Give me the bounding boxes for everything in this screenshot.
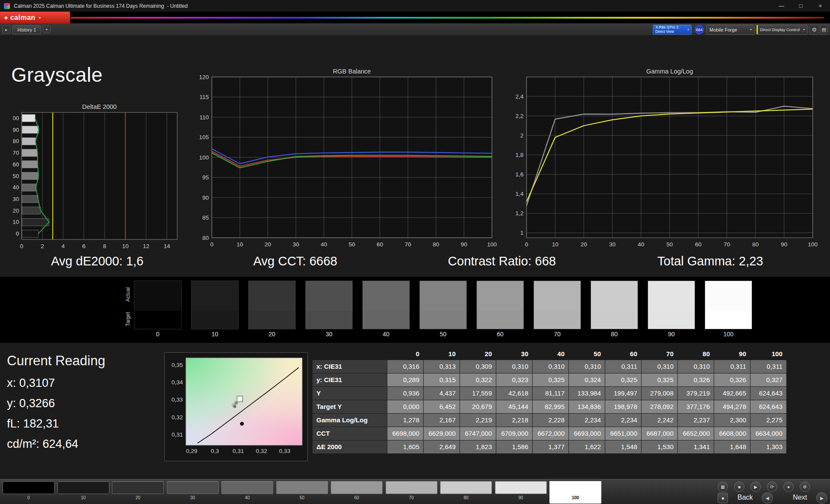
tick-label: 115: [199, 94, 209, 100]
pattern-level-button[interactable]: 70: [386, 481, 437, 504]
gray-ramp-item: 50: [419, 281, 467, 338]
deltae-bar: [22, 115, 35, 122]
pattern-level-button[interactable]: 50: [276, 481, 328, 504]
gray-ramp-item: 100: [705, 281, 752, 338]
gray-level-label: 50: [419, 331, 467, 338]
pattern-level-label: 100: [549, 495, 601, 500]
tick-label: 0,29: [186, 448, 197, 454]
display-control-dropdown[interactable]: Direct Display Control ▾: [757, 25, 808, 35]
pattern-level-button[interactable]: 0: [3, 481, 54, 504]
current-reading-title: Current Reading: [7, 353, 105, 369]
table-row: y: CIE310,2890,3150,3220,3230,3250,3240,…: [313, 373, 788, 386]
tick-label: 30: [293, 241, 299, 248]
table-cell: 6672,000: [533, 427, 568, 440]
tick-label: 90: [13, 127, 19, 133]
pattern-level-button[interactable]: 40: [221, 481, 273, 504]
gray-ramp-section: Actual Target 0102030405060708090100: [0, 277, 830, 343]
actual-patch: [705, 281, 752, 311]
meter-dropdown[interactable]: X-Rite i1Pro 3 Direct View ▾: [653, 25, 692, 35]
table-cell: 0,311: [605, 360, 641, 373]
column-header: 40: [533, 348, 568, 360]
pattern-level-button[interactable]: 80: [440, 481, 492, 504]
stop-icon[interactable]: ■: [734, 482, 744, 492]
reading-marker: [234, 401, 238, 405]
gray-level-label: 80: [591, 331, 638, 338]
gray-ramp-item: 30: [305, 281, 353, 338]
pattern-level-button[interactable]: 90: [495, 481, 547, 504]
pattern-level-label: 40: [221, 495, 273, 500]
history-expand-button[interactable]: ▸: [2, 26, 10, 34]
pattern-level-label: 10: [57, 495, 109, 500]
screen-icon[interactable]: ▦: [718, 482, 728, 492]
pattern-swatch: [331, 481, 383, 494]
pattern-level-button[interactable]: 20: [112, 481, 164, 504]
tick-label: 0,35: [172, 362, 183, 368]
pattern-level-label: 0: [3, 495, 54, 500]
table-cell: 0,322: [460, 373, 496, 386]
pattern-source-dropdown[interactable]: Mobile Forge ▾: [706, 25, 755, 35]
pattern-level-button[interactable]: 60: [331, 481, 383, 504]
tick-label: 0: [210, 241, 214, 248]
deltae-bar: [22, 230, 38, 237]
table-cell: 0,315: [424, 373, 460, 386]
pattern-swatch: [112, 481, 164, 494]
rgb-balance-chart: 0102030405060708090100808590951001051101…: [195, 68, 499, 255]
tab-history-1[interactable]: History 1: [13, 25, 41, 34]
gray-level-label: 10: [191, 331, 239, 338]
table-cell: 0,000: [387, 400, 423, 413]
gray-level-label: 30: [305, 331, 353, 338]
pattern-level-button[interactable]: 30: [167, 481, 219, 504]
pattern-level-button[interactable]: 10: [57, 481, 109, 504]
gamma-loglog-chart: 010203040506070809010011,21,41,61,822,22…: [510, 68, 824, 255]
tick-label: 30: [13, 196, 19, 202]
row-label: Target Y: [313, 400, 387, 413]
gear-icon[interactable]: ⚙: [809, 25, 819, 35]
column-header: 30: [496, 348, 532, 360]
tick-label: 0,34: [172, 379, 183, 386]
tick-label: 70: [13, 150, 19, 156]
side-panel-icon[interactable]: ▤: [820, 25, 828, 35]
back-label: Back: [737, 494, 753, 501]
tick-label: 1,2: [515, 210, 524, 217]
pattern-swatch: [276, 481, 328, 494]
pattern-bar: ▦ ■ ▶ ⟳ ● ⚙ ■ Back ◀ Next ▶ 010203040506…: [0, 479, 830, 504]
close-button[interactable]: ×: [811, 0, 830, 12]
tick-label: 20: [13, 207, 19, 214]
tick-label: 100: [808, 241, 818, 248]
chevron-down-icon: ▾: [803, 28, 805, 32]
table-cell: 1,548: [605, 440, 641, 453]
record-icon[interactable]: ●: [783, 482, 794, 492]
play-icon[interactable]: ▶: [750, 482, 761, 492]
tick-label: 8: [103, 243, 106, 249]
pattern-level-button[interactable]: 100: [549, 481, 601, 504]
table-cell: 6698,000: [387, 427, 423, 440]
maximize-button[interactable]: □: [791, 0, 811, 12]
gray-ramp-item: 60: [476, 281, 524, 338]
back-button[interactable]: ◀: [762, 492, 773, 504]
gear-icon[interactable]: ⚙: [800, 482, 810, 492]
reading-marker: [233, 405, 236, 408]
target-patch: [705, 311, 752, 329]
next-button[interactable]: ▶: [816, 492, 827, 504]
titlebar: Calman 2025 Calman Ultimate for Business…: [0, 0, 830, 12]
table-cell: 1,823: [460, 440, 496, 453]
tick-label: 2,2: [515, 113, 524, 119]
column-header: 20: [460, 348, 496, 360]
gray-level-label: 0: [134, 331, 182, 338]
row-label: CCT: [313, 427, 387, 440]
tick-label: 100: [199, 154, 209, 161]
table-row: x: CIE310,3160,3130,3090,3100,3100,3100,…: [313, 360, 788, 373]
table-cell: 45,144: [496, 400, 532, 413]
tick-label: 110: [199, 114, 209, 121]
minimize-button[interactable]: —: [772, 0, 791, 12]
table-cell: 2,234: [569, 414, 605, 427]
add-tab-button[interactable]: +: [43, 26, 51, 33]
gray-swatch: [591, 281, 638, 329]
calman-menu-button[interactable]: ◆ calman ▾: [0, 12, 70, 23]
actual-patch: [134, 281, 181, 311]
loop-icon[interactable]: ⟳: [767, 482, 777, 492]
stop-pattern-button[interactable]: ■: [718, 493, 728, 503]
actual-patch: [591, 281, 638, 311]
table-cell: 4,437: [424, 387, 460, 400]
table-cell: 199,497: [605, 387, 641, 400]
